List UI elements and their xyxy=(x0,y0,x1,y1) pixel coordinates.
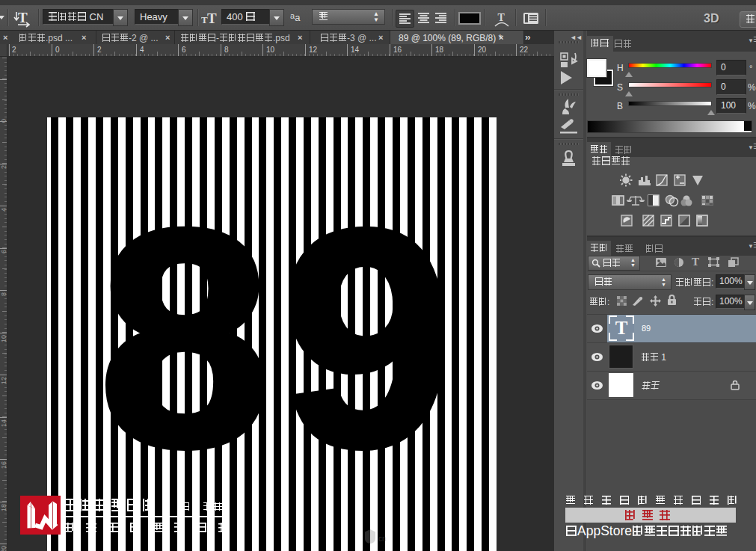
svg-text:T: T xyxy=(207,11,217,26)
svg-text:T: T xyxy=(498,12,505,23)
